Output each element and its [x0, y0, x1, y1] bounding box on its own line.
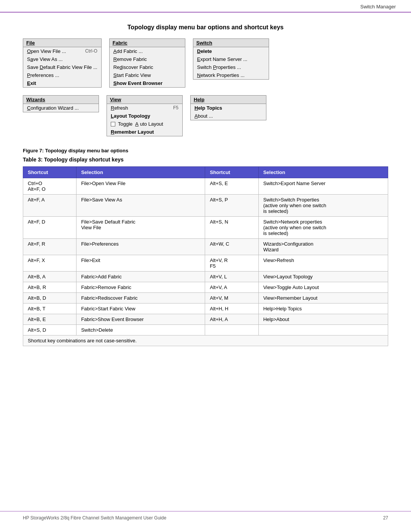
- table-cell: Alt+S, P: [205, 195, 258, 217]
- table-row: Alt+B, DFabric>Rediscover FabricAlt+V, M…: [23, 293, 388, 304]
- table-cell: File>Save View As: [76, 195, 205, 217]
- menu-item-toggleauto[interactable]: Toggle Auto Layout: [107, 120, 182, 128]
- table-cell: Switch>Switch Properties (active only wh…: [258, 195, 388, 217]
- table-cell: Alt+W, C: [205, 239, 258, 255]
- table-cell: Alt+F, D: [23, 217, 76, 239]
- menu-item-layouttopo[interactable]: Layout Topology: [107, 112, 182, 120]
- table-cell: Alt+H, H: [205, 304, 258, 314]
- menu-item-refresh[interactable]: RefreshF5: [107, 104, 182, 112]
- menu-item-showevent[interactable]: Show Event Browser: [110, 79, 185, 87]
- menu-item-savedefault[interactable]: Save Default Fabric View File ...: [23, 63, 101, 71]
- table-cell: Alt+B, D: [23, 293, 76, 304]
- menu-item-rememberlayout[interactable]: Remember Layout: [107, 128, 182, 136]
- menu-row-1: File Open View File ...Ctrl-O Save View …: [23, 38, 388, 88]
- table-cell: Fabric>Rediscover Fabric: [76, 293, 205, 304]
- help-menu-box: Help Help Topics About ...: [190, 95, 266, 120]
- table-cell: Alt+B, T: [23, 304, 76, 314]
- col-header-selection2: Selection: [258, 167, 388, 178]
- table-cell: Switch>Export Name Server: [258, 178, 388, 195]
- menu-item-exportns[interactable]: Export Name Server ...: [193, 55, 269, 63]
- table-cell: Help>Help Topics: [258, 304, 388, 314]
- table-cell: [258, 325, 388, 335]
- file-menu-header: File: [23, 39, 101, 47]
- table-cell: Ctrl+O Alt+F, O: [23, 178, 76, 195]
- table-cell: Alt+F, X: [23, 255, 76, 272]
- table-cell: Fabric>Remove Fabric: [76, 282, 205, 293]
- view-menu-header: View: [107, 96, 182, 104]
- footer-right: 27: [383, 515, 388, 521]
- table-cell: View>Layout Topology: [258, 272, 388, 282]
- page-header: Switch Manager: [0, 0, 411, 13]
- menu-item-configwizard[interactable]: Configuration Wizard ...: [23, 104, 99, 112]
- table-cell: View>Remember Layout: [258, 293, 388, 304]
- menu-item-helptopics[interactable]: Help Topics: [191, 104, 266, 112]
- help-menu-header: Help: [191, 96, 266, 104]
- footer-left: HP StorageWorks 2/8q Fibre Channel Switc…: [23, 515, 166, 521]
- menu-item-rediscover[interactable]: Rediscover Fabric: [110, 63, 185, 71]
- table-cell: Alt+V, R F5: [205, 255, 258, 272]
- table-cell: File>Exit: [76, 255, 205, 272]
- menu-item-switchprops[interactable]: Switch Properties ...: [193, 63, 269, 71]
- table-cell: View>Refresh: [258, 255, 388, 272]
- fabric-menu-header: Fabric: [110, 39, 185, 47]
- figure-caption: Figure 7: Topology display menu bar opti…: [23, 148, 388, 153]
- table-row: Alt+B, AFabric>Add FabricAlt+V, LView>La…: [23, 272, 388, 282]
- table-cell: Help>About: [258, 314, 388, 325]
- table-row: Alt+B, RFabric>Remove FabricAlt+V, AView…: [23, 282, 388, 293]
- table-cell: Alt+F, A: [23, 195, 76, 217]
- table-row: Alt+F, XFile>ExitAlt+V, R F5View>Refresh: [23, 255, 388, 272]
- table-note: Shortcut key combinations are not case-s…: [23, 335, 388, 346]
- menu-item-removefabric[interactable]: Remove Fabric: [110, 55, 185, 63]
- table-cell: Alt+S, N: [205, 217, 258, 239]
- header-title: Switch Manager: [360, 4, 396, 10]
- menu-item-saveas[interactable]: Save View As ...: [23, 55, 101, 63]
- menu-item-open[interactable]: Open View File ...Ctrl-O: [23, 47, 101, 55]
- table-cell: File>Save Default Fabric View File: [76, 217, 205, 239]
- wizards-menu-header: Wizards: [23, 96, 99, 104]
- page-footer: HP StorageWorks 2/8q Fibre Channel Switc…: [0, 511, 411, 524]
- col-header-selection1: Selection: [76, 167, 205, 178]
- fabric-menu-box: Fabric Add Fabric ... Remove Fabric Redi…: [109, 38, 185, 88]
- table-row: Alt+B, EFabric>Show Event BrowserAlt+H, …: [23, 314, 388, 325]
- table-cell: Alt+F, R: [23, 239, 76, 255]
- table-cell: Alt+S, D: [23, 325, 76, 335]
- table-row: Alt+F, AFile>Save View AsAlt+S, PSwitch>…: [23, 195, 388, 217]
- table-cell: Alt+S, E: [205, 178, 258, 195]
- table-title: Table 3: Topology display shortcut keys: [23, 157, 388, 163]
- menu-item-delete[interactable]: Delete: [193, 47, 269, 55]
- table-cell: Fabric>Show Event Browser: [76, 314, 205, 325]
- table-cell: Switch>Delete: [76, 325, 205, 335]
- table-cell: Alt+V, M: [205, 293, 258, 304]
- table-row: Alt+F, RFile>PreferencesAlt+W, CWizards>…: [23, 239, 388, 255]
- table-row: Ctrl+O Alt+F, OFile>Open View FileAlt+S,…: [23, 178, 388, 195]
- table-cell: Fabric>Start Fabric View: [76, 304, 205, 314]
- table-cell: Alt+B, R: [23, 282, 76, 293]
- view-menu-box: View RefreshF5 Layout Topology Toggle Au…: [107, 95, 183, 136]
- table-cell: File>Preferences: [76, 239, 205, 255]
- menu-item-preferences[interactable]: Preferences ...: [23, 71, 101, 79]
- menu-item-networkprops[interactable]: Network Properties ...: [193, 71, 269, 79]
- menu-item-startfabric[interactable]: Start Fabric View: [110, 71, 185, 79]
- table-cell: View>Toggle Auto Layout: [258, 282, 388, 293]
- file-menu-box: File Open View File ...Ctrl-O Save View …: [23, 38, 102, 88]
- switch-menu-header: Switch: [193, 39, 269, 47]
- menu-item-exit[interactable]: Exit: [23, 79, 101, 87]
- wizards-menu-box: Wizards Configuration Wizard ...: [23, 95, 99, 112]
- main-content: Topology display menu bar options and sh…: [0, 13, 411, 365]
- table-row: Alt+S, DSwitch>Delete: [23, 325, 388, 335]
- table-cell: Alt+V, A: [205, 282, 258, 293]
- table-cell: File>Open View File: [76, 178, 205, 195]
- table-cell: Fabric>Add Fabric: [76, 272, 205, 282]
- switch-menu-box: Switch Delete Export Name Server ... Swi…: [193, 38, 269, 80]
- table-row: Alt+B, TFabric>Start Fabric ViewAlt+H, H…: [23, 304, 388, 314]
- table-row: Alt+F, DFile>Save Default Fabric View Fi…: [23, 217, 388, 239]
- menu-item-addfabric[interactable]: Add Fabric ...: [110, 47, 185, 55]
- shortcut-table: Shortcut Selection Shortcut Selection Ct…: [23, 166, 388, 346]
- table-note-row: Shortcut key combinations are not case-s…: [23, 335, 388, 346]
- section-title: Topology display menu bar options and sh…: [23, 24, 388, 31]
- table-cell: [205, 325, 258, 335]
- menu-item-about[interactable]: About ...: [191, 112, 266, 120]
- toggle-auto-checkbox[interactable]: [111, 122, 115, 126]
- table-cell: Alt+H, A: [205, 314, 258, 325]
- table-cell: Alt+B, A: [23, 272, 76, 282]
